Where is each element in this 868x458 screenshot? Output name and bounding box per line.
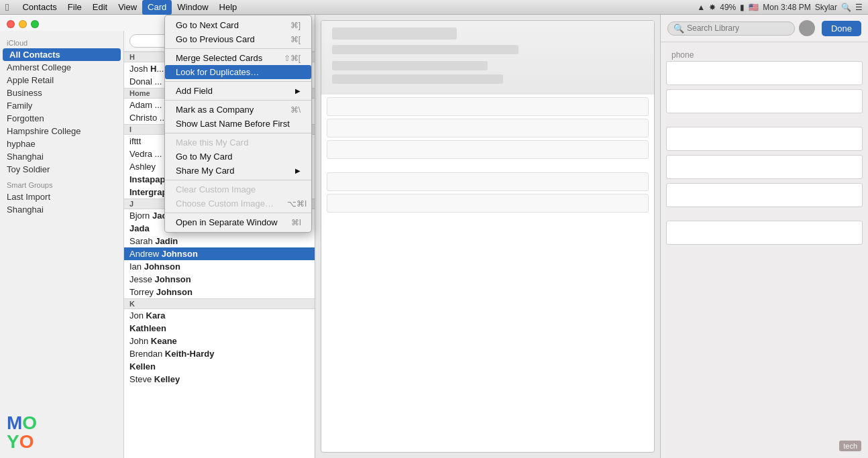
sidebar-family[interactable]: Family: [0, 99, 123, 112]
sidebar-last-import[interactable]: Last Import: [0, 190, 123, 203]
sidebar-business[interactable]: Business: [0, 87, 123, 99]
wifi-icon: ▲: [697, 3, 705, 12]
menu-show-last-first[interactable]: Show Last Name Before First: [165, 117, 311, 131]
contact-andrew-johnson[interactable]: Andrew Johnson: [124, 247, 315, 260]
right-field-3[interactable]: [666, 127, 863, 151]
username: Skylar: [815, 3, 837, 12]
bluetooth-icon: ✸: [709, 3, 716, 12]
menu-go-my-card[interactable]: Go to My Card: [165, 150, 311, 164]
card-menu-dropdown: Go to Next Card ⌘] Go to Previous Card ⌘…: [164, 15, 312, 233]
sidebar-hampshire[interactable]: Hampshire College: [0, 125, 123, 137]
moyo-logo: M O Y O: [7, 414, 37, 451]
done-button[interactable]: Done: [822, 21, 861, 36]
menubar-contacts[interactable]: Contacts: [17, 0, 62, 15]
right-field-2[interactable]: [666, 89, 863, 113]
divider-2: [165, 81, 311, 82]
apple-menu[interactable]: : [5, 1, 9, 13]
tech-badge: tech: [839, 441, 861, 451]
menu-merge[interactable]: Merge Selected Cards ⇧⌘[: [165, 51, 311, 65]
detail-panel: [315, 15, 660, 458]
menubar-card[interactable]: Card: [142, 0, 172, 15]
menu-choose-custom-image: Choose Custom Image… ⌥⌘I: [165, 196, 311, 211]
detail-field-2: [327, 119, 649, 137]
menubar-help[interactable]: Help: [214, 0, 243, 15]
menu-mark-company[interactable]: Mark as a Company ⌘\: [165, 103, 311, 117]
moyo-y: Y: [7, 433, 19, 451]
search-library-input[interactable]: [687, 23, 789, 33]
divider-3: [165, 100, 311, 101]
detail-field-4: [327, 172, 649, 191]
sidebar-toy-soldier[interactable]: Toy Soldier: [0, 163, 123, 176]
contact-sarah-jadin[interactable]: Sarah Jadin: [124, 235, 315, 247]
app-window: iCloud All Contacts Amherst College Appl…: [0, 15, 868, 458]
divider-6: [165, 213, 311, 213]
divider-1: [165, 48, 311, 49]
right-field-1[interactable]: [666, 61, 863, 85]
menu-make-my-card: Make this My Card: [165, 135, 311, 150]
menu-look-duplicates[interactable]: Look for Duplicates…: [165, 65, 311, 79]
divider-4: [165, 133, 311, 133]
search-library-icon: 🔍: [673, 23, 684, 34]
smart-groups-label: Smart Groups: [0, 176, 123, 190]
sidebar-amherst[interactable]: Amherst College: [0, 61, 123, 74]
contact-kellen[interactable]: Kellen: [124, 360, 315, 373]
clock-time: Mon 3:48 PM: [763, 3, 810, 12]
flag-icon: 🇺🇸: [749, 3, 759, 12]
minimize-button[interactable]: [19, 20, 27, 28]
sidebar-shanghai-smart[interactable]: Shanghai: [0, 203, 123, 216]
contact-torrey-johnson[interactable]: Torrey Johnson: [124, 286, 315, 298]
menubar:  Contacts File Edit View Card Window He…: [0, 0, 868, 15]
close-button[interactable]: [7, 20, 15, 28]
right-field-6[interactable]: [666, 221, 863, 245]
menu-share-my-card[interactable]: Share My Card ▶: [165, 164, 311, 178]
detail-field-3: [327, 140, 649, 159]
detail-field-1: [327, 97, 649, 116]
right-panel: 🔍 Done phone tech: [660, 15, 868, 458]
sidebar-all-contacts[interactable]: All Contacts: [3, 48, 121, 61]
moyo-o1: O: [22, 414, 37, 433]
sidebar-forgotten[interactable]: Forgotten: [0, 112, 123, 125]
sidebar: iCloud All Contacts Amherst College Appl…: [0, 31, 124, 458]
detail-inner: [321, 20, 655, 453]
divider-5: [165, 180, 311, 180]
right-top-bar: 🔍 Done: [661, 15, 868, 42]
menubar-view[interactable]: View: [113, 0, 142, 15]
menubar-edit[interactable]: Edit: [87, 0, 113, 15]
right-content: phone: [661, 42, 868, 458]
detail-field-5: [327, 194, 649, 213]
maximize-button[interactable]: [31, 20, 39, 28]
search-library[interactable]: 🔍: [667, 21, 795, 36]
menu-go-prev[interactable]: Go to Previous Card ⌘[: [165, 32, 311, 46]
menu-clear-custom-image: Clear Custom Image: [165, 182, 311, 196]
menubar-right: ▲ ✸ 49% ▮ 🇺🇸 Mon 3:48 PM Skylar 🔍 ☰: [697, 3, 863, 12]
moyo-m: M: [7, 414, 22, 433]
moyo-o2: O: [19, 433, 34, 451]
section-header-k: K: [124, 298, 315, 309]
contact-brendan-kh[interactable]: Brendan Keith-Hardy: [124, 347, 315, 360]
menu-go-next[interactable]: Go to Next Card ⌘]: [165, 18, 311, 32]
blurred-contact-header: [321, 21, 654, 95]
contacts-panel: iCloud All Contacts Amherst College Appl…: [0, 15, 315, 458]
contact-jon-kara[interactable]: Jon Kara: [124, 309, 315, 322]
menu-add-field[interactable]: Add Field ▶: [165, 84, 311, 98]
search-icon[interactable]: 🔍: [841, 3, 851, 12]
right-field-5[interactable]: [666, 183, 863, 207]
menubar-file[interactable]: File: [62, 0, 87, 15]
icloud-label: iCloud: [0, 35, 123, 48]
menubar-window[interactable]: Window: [172, 0, 213, 15]
contact-ian-johnson[interactable]: Ian Johnson: [124, 260, 315, 273]
sidebar-shanghai[interactable]: Shanghai: [0, 150, 123, 163]
battery-icon: ▮: [740, 3, 745, 12]
contact-jesse-johnson[interactable]: Jesse Johnson: [124, 273, 315, 286]
contact-john-keane[interactable]: John Keane: [124, 335, 315, 347]
phone-label: phone: [666, 48, 863, 61]
sidebar-hyphae[interactable]: hyphae: [0, 137, 123, 150]
battery-percent: 49%: [720, 3, 736, 12]
contact-kathleen[interactable]: Kathleen: [124, 322, 315, 335]
right-field-4[interactable]: [666, 155, 863, 179]
menu-icon[interactable]: ☰: [855, 3, 863, 12]
contact-steve-kelley[interactable]: Steve Kelley: [124, 373, 315, 386]
menu-open-separate[interactable]: Open in Separate Window ⌘I: [165, 215, 311, 229]
user-avatar: [799, 20, 815, 36]
sidebar-apple-retail[interactable]: Apple Retail: [0, 74, 123, 87]
